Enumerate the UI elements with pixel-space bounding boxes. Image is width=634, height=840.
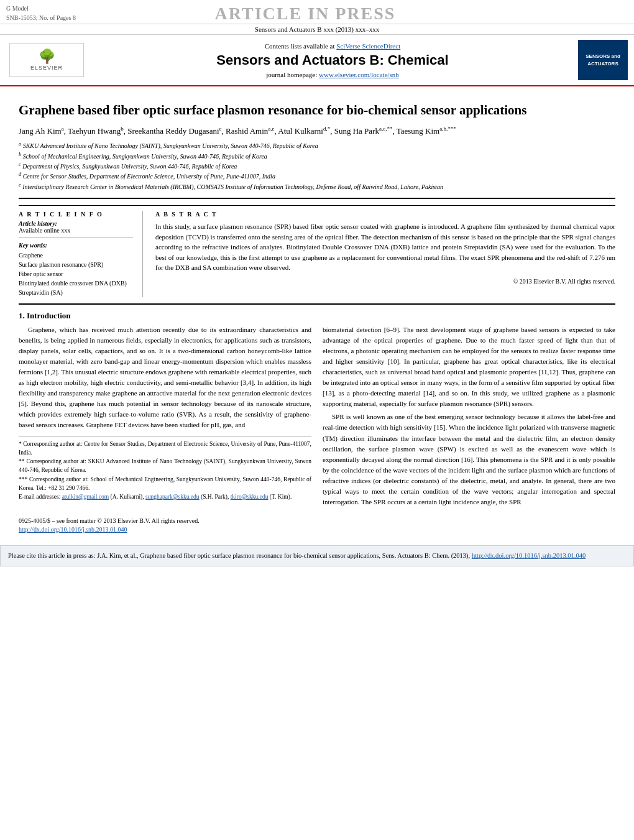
email3-name: (T. Kim). <box>270 494 292 500</box>
abstract-text: In this study, a surface plasmon resonan… <box>155 221 615 273</box>
pii-line: 0925-4005/$ – see front matter © 2013 El… <box>19 517 615 533</box>
affiliation-b: b School of Mechanical Engineering, Sung… <box>19 151 615 161</box>
footnote-star2: ** Corresponding author at: SKKU Advance… <box>19 457 311 475</box>
homepage-url[interactable]: www.elsevier.com/locate/snb <box>319 71 399 78</box>
footnotes: * Corresponding author at: Centre for Se… <box>19 436 311 502</box>
doi-link[interactable]: http://dx.doi.org/10.1016/j.snb.2013.01.… <box>19 526 127 533</box>
body-col-left: Graphene, which has received much attent… <box>19 325 311 510</box>
spr-text-col2: SPR is well known as one of the best eme… <box>323 412 615 507</box>
body-col-right: biomaterial detection [6–9]. The next de… <box>323 325 615 510</box>
keyword-dxb: Biotinylated double crossover DNA (DXB) <box>19 279 133 288</box>
abstract-panel: A B S T R A C T In this study, a surface… <box>155 211 615 297</box>
email2-name: (S.H. Park), <box>201 494 229 500</box>
intro-text-col1: Graphene, which has received much attent… <box>19 325 311 430</box>
article-info-title: A R T I C L E I N F O <box>19 211 133 218</box>
elsevier-tree-icon: 🌳 <box>39 50 55 63</box>
footnote-emails: E-mail addresses: atulkin@gmail.com (A. … <box>19 492 311 501</box>
keyword-sa: Streptavidin (SA) <box>19 288 133 297</box>
footnote-star3: *** Corresponding author at: School of M… <box>19 475 311 493</box>
email-label: E-mail addresses: <box>19 494 60 500</box>
sciverse-note: Contents lists available at SciVerse Sci… <box>93 42 572 50</box>
citation-text: Please cite this article in press as: J.… <box>8 552 470 559</box>
affiliation-c: c Department of Physics, Sungkyunkwan Un… <box>19 161 615 171</box>
header-top: G Model SNB-15053; No. of Pages 8 ARTICL… <box>0 0 634 24</box>
journal-title: Sensors and Actuators B: Chemical <box>93 52 572 68</box>
authors-text: Jang Ah Kima, Taehyun Hwangb, Sreekantha… <box>19 126 456 136</box>
keywords-title: Key words: <box>19 242 133 249</box>
body-divider <box>19 303 615 305</box>
citation-bar: Please cite this article in press as: J.… <box>0 545 634 566</box>
email2-link[interactable]: sunghapark@skku.edu <box>145 494 200 500</box>
journal-header: 🌳 ELSEVIER Contents lists available at S… <box>0 35 634 86</box>
footnote-star1: * Corresponding author at: Centre for Se… <box>19 440 311 458</box>
affiliation-a: a SKKU Advanced Institute of Nano Techno… <box>19 141 615 150</box>
article-title: Graphene based fiber optic surface plasm… <box>19 102 615 119</box>
article-in-press-banner: ARTICLE IN PRESS <box>76 4 535 24</box>
article-info-panel: A R T I C L E I N F O Article history: A… <box>19 211 143 297</box>
affiliations: a SKKU Advanced Institute of Nano Techno… <box>19 141 615 192</box>
history-label: Article history: <box>19 220 133 227</box>
citation-doi-link[interactable]: http://dx.doi.org/10.1016/j.snb.2013.01.… <box>472 552 586 559</box>
elsevier-text: ELSEVIER <box>30 65 63 71</box>
intro-heading: 1. Introduction <box>19 311 615 321</box>
email1-link[interactable]: atulkin@gmail.com <box>62 494 109 500</box>
elsevier-logo-area: 🌳 ELSEVIER <box>6 43 87 77</box>
body-two-col: Graphene, which has received much attent… <box>19 325 615 510</box>
email3-link[interactable]: tkiro@skku.edu <box>231 494 269 500</box>
affiliation-e: e Interdisciplinary Research Center in B… <box>19 182 615 192</box>
elsevier-logo: 🌳 ELSEVIER <box>9 43 84 77</box>
affiliation-d: d Centre for Sensor Studies, Department … <box>19 171 615 181</box>
sensors-actuators-logo: SENSORS and ACTUATORS <box>578 40 628 80</box>
sensors-actuators-text: SENSORS and ACTUATORS <box>578 53 628 67</box>
keyword-fiber: Fiber optic sensor <box>19 269 133 279</box>
snb-label: SNB-15053; No. of Pages 8 <box>6 13 76 22</box>
section-divider <box>19 198 615 199</box>
main-content: Graphene based fiber optic surface plasm… <box>0 86 634 539</box>
journal-ref: Sensors and Actuators B xxx (2013) xxx–x… <box>0 24 634 35</box>
doi-line: http://dx.doi.org/10.1016/j.snb.2013.01.… <box>19 526 615 533</box>
sciverse-link[interactable]: SciVerse ScienceDirect <box>336 42 400 50</box>
copyright: © 2013 Elsevier B.V. All rights reserved… <box>155 278 615 285</box>
journal-center-info: Contents lists available at SciVerse Sci… <box>93 42 572 78</box>
info-abstract-section: A R T I C L E I N F O Article history: A… <box>19 205 615 297</box>
info-divider <box>19 238 133 238</box>
available-online: Available online xxx <box>19 227 133 234</box>
journal-ref-text: Sensors and Actuators B xxx (2013) xxx–x… <box>255 25 379 33</box>
contents-note: Contents lists available at <box>265 42 335 50</box>
email1-name: (A. Kulkarni), <box>111 494 144 500</box>
pii-text: 0925-4005/$ – see front matter © 2013 El… <box>19 517 615 524</box>
keyword-graphene: Graphene <box>19 251 133 260</box>
gmodel-label: G Model <box>6 4 76 13</box>
homepage-label: journal homepage: <box>266 71 317 78</box>
keyword-spr: Surface plasmon resonance (SPR) <box>19 260 133 269</box>
journal-homepage: journal homepage: www.elsevier.com/locat… <box>93 71 572 78</box>
abstract-title: A B S T R A C T <box>155 211 615 218</box>
authors: Jang Ah Kima, Taehyun Hwangb, Sreekantha… <box>19 124 615 137</box>
gmodel-info: G Model SNB-15053; No. of Pages 8 <box>6 4 76 22</box>
intro-text-col2: biomaterial detection [6–9]. The next de… <box>323 325 615 409</box>
